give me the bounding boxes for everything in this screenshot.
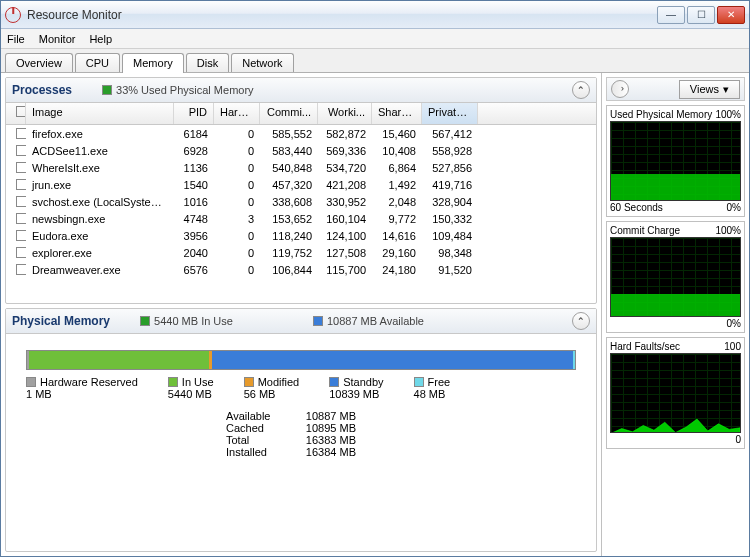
row-checkbox[interactable] (16, 196, 26, 207)
close-button[interactable]: ✕ (717, 6, 745, 24)
tab-strip: Overview CPU Memory Disk Network (1, 49, 749, 73)
menu-file[interactable]: File (7, 33, 25, 45)
table-row[interactable]: jrun.exe15400457,320421,2081,492419,716 (6, 176, 596, 193)
graph2-min: 0% (727, 318, 741, 329)
tab-disk[interactable]: Disk (186, 53, 229, 72)
legend-hardware-value: 1 MB (26, 388, 52, 400)
legend-inuse: In Use (182, 376, 214, 388)
stat-available: Available (226, 410, 286, 422)
row-checkbox[interactable] (16, 213, 26, 224)
stat-installed-value: 16384 MB (286, 446, 356, 458)
chevron-down-icon: ▾ (723, 83, 729, 96)
table-row[interactable]: svchost.exe (LocalSystemNet...10160338,6… (6, 193, 596, 210)
processes-title: Processes (12, 83, 72, 97)
legend-inuse-value: 5440 MB (168, 388, 212, 400)
memory-legend: Hardware Reserved1 MB In Use5440 MB Modi… (6, 376, 596, 410)
table-row[interactable]: ACDSee11.exe69280583,440569,33610,408558… (6, 142, 596, 159)
legend-modified: Modified (258, 376, 300, 388)
window-title: Resource Monitor (27, 8, 657, 22)
table-row[interactable]: Eudora.exe39560118,240124,10014,616109,4… (6, 227, 596, 244)
row-checkbox[interactable] (16, 128, 26, 139)
graph-hard-faults: Hard Faults/sec100 0 (606, 337, 745, 449)
row-checkbox[interactable] (16, 264, 26, 275)
col-image[interactable]: Image (26, 103, 174, 124)
row-checkbox[interactable] (16, 230, 26, 241)
col-shareable[interactable]: Sharea... (372, 103, 422, 124)
memory-stats: Available10887 MB Cached10895 MB Total16… (226, 410, 596, 468)
graph1-min: 0% (727, 202, 741, 213)
tab-overview[interactable]: Overview (5, 53, 73, 72)
table-row[interactable]: firefox.exe61840585,552582,87215,460567,… (6, 125, 596, 142)
physmem-avail: 10887 MB Available (327, 315, 424, 327)
legend-hardware: Hardware Reserved (40, 376, 138, 388)
stat-cached: Cached (226, 422, 286, 434)
col-private[interactable]: Private ... (422, 103, 478, 124)
table-row[interactable]: newsbingn.exe47483153,652160,1049,772150… (6, 210, 596, 227)
table-row[interactable]: explorer.exe20400119,752127,50829,16098,… (6, 244, 596, 261)
tab-memory[interactable]: Memory (122, 53, 184, 73)
legend-standby: Standby (343, 376, 383, 388)
legend-modified-value: 56 MB (244, 388, 276, 400)
views-label: Views (690, 83, 719, 95)
table-row[interactable]: WhereIsIt.exe11360540,848534,7206,864527… (6, 159, 596, 176)
legend-free: Free (428, 376, 451, 388)
stat-total: Total (226, 434, 286, 446)
row-checkbox[interactable] (16, 247, 26, 258)
stat-cached-value: 10895 MB (286, 422, 356, 434)
physmem-title: Physical Memory (12, 314, 110, 328)
collapse-processes-button[interactable]: ⌃ (572, 81, 590, 99)
graph-used-memory: Used Physical Memory100% 60 Seconds0% (606, 105, 745, 217)
row-checkbox[interactable] (16, 145, 26, 156)
tab-cpu[interactable]: CPU (75, 53, 120, 72)
collapse-physmem-button[interactable]: ⌃ (572, 312, 590, 330)
menu-monitor[interactable]: Monitor (39, 33, 76, 45)
col-working[interactable]: Worki... (318, 103, 372, 124)
memory-bar (26, 350, 576, 370)
physmem-inuse: 5440 MB In Use (154, 315, 233, 327)
processes-table[interactable]: Image PID Hard F... Commi... Worki... Sh… (6, 103, 596, 303)
row-checkbox[interactable] (16, 179, 26, 190)
stat-total-value: 16383 MB (286, 434, 356, 446)
graph-commit-charge: Commit Charge100% 0% (606, 221, 745, 333)
graphs-pane: ⌃ Views▾ Used Physical Memory100% 60 Sec… (601, 73, 749, 556)
graph2-title: Commit Charge (610, 225, 680, 236)
legend-free-value: 48 MB (414, 388, 446, 400)
col-hardfaults[interactable]: Hard F... (214, 103, 260, 124)
col-pid[interactable]: PID (174, 103, 214, 124)
row-checkbox[interactable] (16, 162, 26, 173)
stat-available-value: 10887 MB (286, 410, 356, 422)
app-icon (5, 7, 21, 23)
graph1-max: 100% (715, 109, 741, 120)
legend-standby-value: 10839 MB (329, 388, 379, 400)
physical-memory-panel: Physical Memory 5440 MB In Use 10887 MB … (5, 308, 597, 552)
maximize-button[interactable]: ☐ (687, 6, 715, 24)
select-all-checkbox[interactable] (16, 106, 26, 117)
graph3-max: 100 (724, 341, 741, 352)
views-button[interactable]: Views▾ (679, 80, 740, 99)
processes-panel: Processes 33% Used Physical Memory ⌃ Ima… (5, 77, 597, 304)
minimize-button[interactable]: — (657, 6, 685, 24)
graph3-title: Hard Faults/sec (610, 341, 680, 352)
expand-graphs-button[interactable]: ⌃ (611, 80, 629, 98)
menu-help[interactable]: Help (89, 33, 112, 45)
title-bar: Resource Monitor — ☐ ✕ (1, 1, 749, 29)
tab-network[interactable]: Network (231, 53, 293, 72)
menu-bar: File Monitor Help (1, 29, 749, 49)
col-commit[interactable]: Commi... (260, 103, 318, 124)
graph1-xlabel: 60 Seconds (610, 202, 663, 213)
graph3-min: 0 (735, 434, 741, 445)
stat-installed: Installed (226, 446, 286, 458)
graph2-max: 100% (715, 225, 741, 236)
table-row[interactable]: Dreamweaver.exe65760106,844115,70024,180… (6, 261, 596, 278)
processes-summary: 33% Used Physical Memory (116, 84, 254, 96)
table-header: Image PID Hard F... Commi... Worki... Sh… (6, 103, 596, 125)
graph1-title: Used Physical Memory (610, 109, 712, 120)
